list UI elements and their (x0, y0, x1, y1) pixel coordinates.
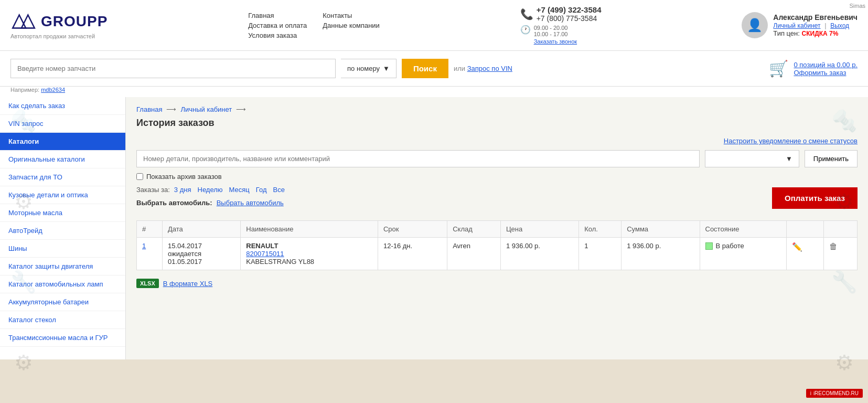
search-button[interactable]: Поиск (402, 59, 448, 78)
notification-link-area: Настроить уведомление о смене статусов (136, 137, 858, 145)
cart-icon: 🛒 (769, 59, 788, 78)
col-header-status: Состояние (700, 221, 786, 238)
logout-link[interactable]: Выход (830, 22, 849, 29)
sidebar-item-body-parts[interactable]: Кузовые детали и оптика (0, 186, 125, 204)
search-input[interactable] (10, 59, 336, 78)
phone-free: +7 (800) 775-3584 (537, 14, 602, 23)
discount-value: СКИДКА 7% (802, 30, 839, 37)
nav-contacts[interactable]: Контакты (323, 12, 380, 19)
hours-1: 09.00 - 20.00 (534, 25, 577, 31)
breadcrumb-cabinet[interactable]: Личный кабинет (180, 105, 232, 113)
logo[interactable]: GROUPP (10, 11, 108, 32)
archive-checkbox[interactable] (136, 173, 143, 180)
nav-order-conditions[interactable]: Условия заказа (248, 31, 307, 39)
xls-export-link[interactable]: В формате XLS (163, 280, 213, 288)
cart-checkout[interactable]: Оформить заказ (794, 69, 858, 77)
sidebar: Как сделать заказ VIN запрос Каталоги Ор… (0, 97, 126, 359)
order-date-expected: 01.05.2017 (168, 258, 235, 266)
nav-company[interactable]: Данные компании (323, 22, 380, 29)
sidebar-item-avtotreyd[interactable]: АвтоТрейд (0, 222, 125, 240)
sidebar-item-batteries[interactable]: Аккумуляторные батареи (0, 293, 125, 311)
nav-col-2: Контакты Данные компании (323, 12, 380, 39)
period-month[interactable]: Месяц (229, 186, 250, 194)
sidebar-item-spare-parts-to[interactable]: Запчасти для ТО (0, 168, 125, 186)
sidebar-item-engine-oils[interactable]: Моторные масла (0, 204, 125, 222)
sidebar-item-tires[interactable]: Шины (0, 240, 125, 258)
hours-block: 09.00 - 20.00 10.00 - 17.00 Заказать зво… (534, 25, 577, 45)
order-total-cell: 1 936.00 р. (621, 238, 700, 270)
order-product-brand: RENAULT (246, 242, 372, 250)
order-date-cell: 15.04.2017 ожидается 01.05.2017 (162, 238, 240, 270)
phone-block: +7 (499) 322-3584 +7 (800) 775-3584 (537, 5, 602, 23)
simas-label: Simas (849, 3, 865, 9)
callback-link[interactable]: Заказать звонок (534, 38, 577, 45)
period-all[interactable]: Все (273, 186, 284, 194)
car-select-link[interactable]: Выбрать автомобиль (217, 199, 284, 207)
nav-home[interactable]: Главная (248, 12, 307, 19)
col-header-action1 (786, 221, 823, 238)
sidebar-item-engine-guard[interactable]: Каталог защиты двигателя (0, 258, 125, 275)
delete-icon[interactable]: 🗑 (829, 242, 838, 251)
sidebar-item-transmission-oils[interactable]: Трансмиссионные масла и ГУР (0, 329, 125, 347)
user-links: Личный кабинет | Выход (773, 22, 858, 29)
example-value[interactable]: mdb2634 (41, 87, 65, 93)
sidebar-item-how-to-order[interactable]: Как сделать заказ (0, 97, 125, 115)
col-header-name: Наименование (241, 221, 378, 238)
order-price-cell: 1 936.00 р. (500, 238, 578, 270)
col-header-total: Сумма (621, 221, 700, 238)
search-example: Например: mdb2634 (0, 87, 868, 97)
col-header-deadline: Срок (378, 221, 447, 238)
search-bar: по номеру ▼ Поиск или Запрос по VIN 🛒 0 … (0, 51, 868, 87)
example-label: Например: (10, 87, 39, 93)
period-3days[interactable]: 3 дня (174, 186, 191, 194)
breadcrumb: Главная ⟶ Личный кабинет ⟶ (136, 105, 858, 113)
period-year[interactable]: Год (256, 186, 267, 194)
order-delete-cell: 🗑 (823, 238, 857, 270)
logo-area: GROUPP Автопортал продажи запчастей (10, 11, 108, 39)
phone-icon: 📞 (520, 8, 533, 20)
notification-link[interactable]: Настроить уведомление о смене статусов (724, 137, 858, 145)
sidebar-item-glass[interactable]: Каталог стекол (0, 311, 125, 329)
phone-main: +7 (499) 322-3584 (537, 5, 602, 14)
cart-count[interactable]: 0 позиций на 0.00 р. (794, 61, 858, 69)
chevron-down-icon: ▼ (786, 155, 792, 163)
order-date-expected-label: ожидается (168, 250, 235, 258)
period-label: Заказы за: (136, 186, 170, 194)
order-num-cell: 1 (137, 238, 163, 270)
sidebar-item-auto-lamps[interactable]: Каталог автомобильных ламп (0, 275, 125, 293)
status-filter-dropdown[interactable]: ▼ (705, 150, 799, 167)
status-text: В работе (716, 242, 744, 250)
period-week[interactable]: Неделю (198, 186, 223, 194)
search-type-dropdown[interactable]: по номеру ▼ (341, 59, 397, 78)
col-header-action2 (823, 221, 857, 238)
order-product-code[interactable]: 8200715011 (246, 250, 284, 258)
breadcrumb-arrow-2: ⟶ (236, 105, 246, 113)
sidebar-item-vin[interactable]: VIN запрос (0, 115, 125, 133)
col-header-date: Дата (162, 221, 240, 238)
filters-row: ▼ Применить (136, 150, 858, 167)
car-select-row: Выбрать автомобиль: Выбрать автомобиль (136, 199, 287, 207)
breadcrumb-home[interactable]: Главная (136, 105, 162, 113)
order-warehouse-cell: Avren (447, 238, 501, 270)
pay-order-button[interactable]: Оплатить заказ (772, 187, 858, 209)
page-title: История заказов (136, 118, 858, 129)
orders-table: # Дата Наименование Срок Склад Цена Кол.… (136, 220, 858, 270)
xls-export-row: XLSX В формате XLS (136, 279, 858, 288)
nav-delivery[interactable]: Доставка и оплата (248, 22, 307, 29)
edit-icon[interactable]: ✏️ (792, 242, 802, 251)
apply-filter-button[interactable]: Применить (805, 150, 858, 167)
order-product-name: KABELSTRANG YL88 (246, 258, 372, 266)
xls-badge: XLSX (136, 279, 159, 288)
vin-link[interactable]: Запрос по VIN (467, 65, 512, 72)
sidebar-item-original-catalogs[interactable]: Оригинальные каталоги (0, 151, 125, 168)
cabinet-link[interactable]: Личный кабинет (773, 22, 820, 29)
status-badge: В работе (705, 242, 744, 250)
cart-area: 🛒 0 позиций на 0.00 р. Оформить заказ (769, 59, 858, 78)
sidebar-item-catalogs[interactable]: Каталоги (0, 133, 125, 151)
site-header: Simas GROUPP Автопортал продажи запчасте… (0, 0, 868, 51)
order-filter-input[interactable] (136, 150, 700, 167)
order-num-link[interactable]: 1 (142, 242, 146, 250)
search-type-label: по номеру (347, 65, 380, 72)
period-row: Заказы за: 3 дня Неделю Месяц Год Все (136, 186, 287, 194)
period-filter-row: Заказы за: 3 дня Неделю Месяц Год Все Вы… (136, 186, 287, 215)
